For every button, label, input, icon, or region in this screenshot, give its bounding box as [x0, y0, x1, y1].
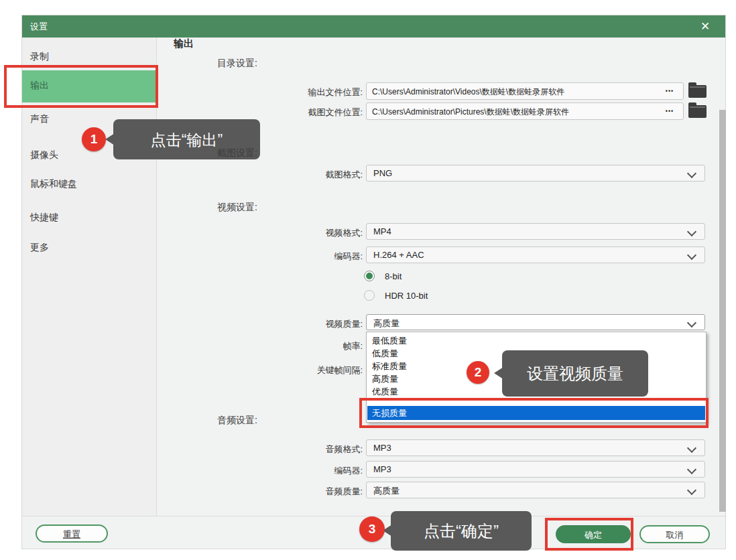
video-quality-select[interactable]: 高质量: [366, 314, 705, 330]
reset-button[interactable]: 重置: [36, 524, 108, 543]
dropdown-option-high[interactable]: 高质量: [372, 372, 398, 385]
screenshot-path-field[interactable]: C:\Users\Administrator\Pictures\数据蛙\数据蛙录…: [366, 102, 684, 120]
chevron-down-icon: [687, 465, 696, 474]
step3-highlight-rect: [545, 518, 633, 551]
audio-encoder-label: 编码器:: [188, 465, 363, 477]
audio-quality-label: 音频质量:: [188, 486, 363, 498]
audio-encoder-select[interactable]: MP3: [366, 461, 705, 478]
section-screenshot-settings: 截图设置:: [76, 147, 257, 159]
chevron-down-icon: [687, 227, 696, 236]
chevron-down-icon: [687, 318, 696, 328]
chevron-down-icon: [687, 486, 696, 495]
radio-hdr-10bit-label: HDR 10-bit: [385, 291, 428, 301]
step2-tooltip: 设置视频质量: [502, 350, 648, 397]
window-title: 设置: [30, 21, 48, 33]
encoder-label: 编码器:: [188, 251, 363, 263]
chevron-down-icon: [687, 251, 696, 260]
browse-screenshot-button[interactable]: •••: [660, 106, 679, 117]
sidebar-item-sound[interactable]: 声音: [30, 113, 49, 125]
section-audio-settings: 音频设置:: [76, 415, 257, 427]
radio-hdr-10bit[interactable]: [364, 290, 375, 301]
radio-8bit-label: 8-bit: [385, 271, 402, 281]
screenshot-format-select[interactable]: PNG: [366, 165, 705, 182]
audio-quality-value: 高质量: [373, 485, 400, 497]
encoder-value: H.264 + AAC: [373, 250, 424, 260]
video-quality-value: 高质量: [373, 318, 400, 330]
sidebar-item-record[interactable]: 录制: [30, 51, 49, 63]
open-output-folder-icon[interactable]: [688, 85, 707, 98]
dropdown-option-standard[interactable]: 标准质量: [372, 360, 407, 372]
titlebar: 设置 ✕: [22, 15, 725, 38]
page-title: 输出: [174, 38, 194, 50]
open-screenshot-folder-icon[interactable]: [688, 105, 707, 118]
screenshot-format-label: 截图格式:: [188, 169, 363, 181]
section-video-settings: 视频设置:: [76, 202, 257, 214]
video-format-label: 视频格式:: [188, 227, 363, 239]
sidebar-item-mouse-keyboard[interactable]: 鼠标和键盘: [30, 178, 77, 190]
sidebar: [22, 38, 156, 516]
dropdown-option-lowest[interactable]: 最低质量: [372, 334, 407, 347]
screenshot-path-label: 截图文件位置:: [188, 107, 363, 119]
sidebar-item-more[interactable]: 更多: [30, 242, 49, 254]
audio-format-value: MP3: [373, 443, 391, 453]
encoder-select[interactable]: H.264 + AAC: [366, 247, 705, 263]
radio-8bit[interactable]: [364, 271, 375, 281]
close-icon[interactable]: ✕: [697, 19, 713, 35]
frame-rate-label: 帧率:: [188, 340, 363, 352]
step3-number-badge: 3: [359, 516, 385, 542]
video-format-select[interactable]: MP4: [366, 223, 705, 240]
step2-tooltip-label: 设置视频质量: [502, 363, 648, 384]
audio-quality-select[interactable]: 高质量: [366, 482, 705, 498]
sidebar-item-camera[interactable]: 摄像头: [30, 149, 58, 161]
step3-tooltip: 点击“确定”: [391, 511, 532, 551]
audio-format-label: 音频格式:: [188, 443, 363, 456]
cancel-button[interactable]: 取消: [639, 525, 710, 543]
output-path-value: C:\Users\Administrator\Videos\数据蛙\数据蛙录屏软…: [372, 86, 656, 98]
step3-tooltip-label: 点击“确定”: [391, 520, 532, 542]
audio-format-select[interactable]: MP3: [366, 439, 705, 456]
dropdown-option-low[interactable]: 低质量: [372, 347, 398, 360]
video-format-value: MP4: [373, 226, 391, 236]
browse-output-button[interactable]: •••: [660, 86, 679, 96]
sidebar-divider: [156, 38, 157, 516]
output-path-field[interactable]: C:\Users\Administrator\Videos\数据蛙\数据蛙录屏软…: [366, 82, 684, 100]
screenshot-path-value: C:\Users\Administrator\Pictures\数据蛙\数据蛙录…: [372, 107, 656, 118]
sidebar-item-hotkeys[interactable]: 快捷键: [30, 212, 58, 224]
vertical-scrollbar[interactable]: [719, 110, 726, 512]
output-path-label: 输出文件位置:: [188, 86, 363, 98]
step1-highlight-rect: [4, 65, 158, 108]
chevron-down-icon: [687, 443, 696, 453]
video-quality-label: 视频质量:: [188, 318, 363, 330]
audio-encoder-value: MP3: [373, 464, 391, 474]
keyframe-interval-label: 关键帧间隔:: [188, 364, 363, 376]
dropdown-option-premium[interactable]: 优质量: [372, 385, 398, 398]
step2-highlight-rect: [359, 398, 709, 428]
step2-number-badge: 2: [467, 361, 489, 384]
chevron-down-icon: [687, 169, 696, 178]
screenshot-format-value: PNG: [373, 168, 392, 178]
